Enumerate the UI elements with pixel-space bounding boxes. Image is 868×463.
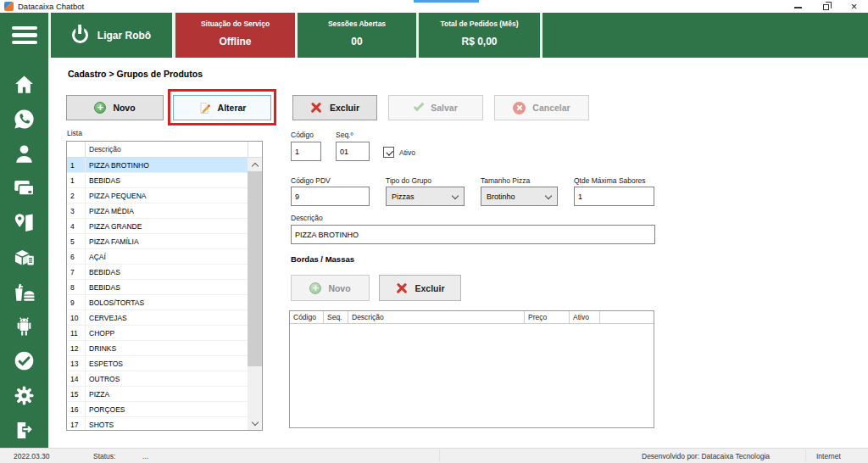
status-divider [805,450,806,462]
list-item-descricao: BEBIDAS [86,268,120,276]
list-item[interactable]: 1BEBIDAS [67,173,248,188]
tamanho-pizza-select[interactable]: Brotinho [481,187,558,206]
list-item[interactable]: 1PIZZA BROTINHO [67,158,248,173]
list-item-num: 17 [67,417,86,430]
gear-icon [13,384,36,407]
list-item-num: 4 [67,219,86,233]
sidebar-item-whatsapp[interactable] [0,102,48,137]
list-item[interactable]: 15PIZZA [67,387,248,402]
list-item[interactable]: 12DRINKS [67,341,248,356]
sidebar-item-payments[interactable] [0,170,48,205]
list-item[interactable]: 9BOLOS/TORTAS [67,295,248,310]
window-title: Datacaixa Chatbot [18,2,84,11]
codigo-input[interactable] [291,142,321,161]
cancel-circle-icon [513,102,526,114]
sidebar-item-products[interactable] [0,240,48,275]
developer-credit: Desenvolvido por: Datacaixa Tecnologia [642,452,770,460]
list-item[interactable]: 10CERVEJAS [67,310,248,326]
close-button[interactable]: × [840,0,868,13]
list-item-descricao: OUTROS [86,375,120,383]
list-item-num: 15 [67,387,86,401]
list-item[interactable]: 13ESPETOS [67,356,248,371]
codigo-label: Código [291,131,314,139]
codigo-pdv-label: Código PDV [291,176,331,185]
ligar-robo-button[interactable]: Ligar Robô [51,13,172,58]
list-header: Descrição [67,142,262,158]
window-controls: × [784,0,868,13]
sidebar-item-clients[interactable] [0,137,48,171]
scroll-up-icon[interactable] [248,158,262,171]
list-item[interactable]: 11CHOPP [67,326,248,341]
sidebar-item-delivery-map[interactable] [0,205,48,240]
scroll-down-icon[interactable] [248,416,262,430]
minimize-icon [794,7,802,8]
bordas-column-header: Código [290,311,324,323]
list-item-descricao: SHOTS [86,421,114,429]
exit-icon [13,419,36,442]
sidebar-item-app[interactable] [0,310,48,344]
android-icon [13,315,36,338]
sidebar-item-exit[interactable] [0,413,48,448]
list-item-descricao: BEBIDAS [86,176,120,185]
hamburger-icon [12,23,37,48]
plus-circle-icon [94,102,106,114]
menu-button[interactable] [0,13,48,58]
cancelar-button[interactable]: Cancelar [494,95,589,120]
list-item[interactable]: 14OUTROS [67,371,248,387]
bordas-table: CódigoSeq.DescriçãoPreçoAtivo [289,310,654,428]
bordas-table-header: CódigoSeq.DescriçãoPreçoAtivo [290,311,654,324]
descricao-input[interactable] [291,225,655,244]
sidebar-item-settings[interactable] [0,378,48,413]
list-item-num: 13 [67,356,86,371]
sidebar-item-confirm[interactable] [0,344,48,379]
qtde-maxima-input[interactable] [574,187,654,206]
tipo-grupo-value: Pizzas [392,192,415,201]
list-item[interactable]: 5PIZZA FAMÍLIA [67,234,248,249]
list-item-descricao: BEBIDAS [86,283,120,292]
sidebar-item-home[interactable] [0,67,48,102]
scrollbar-thumb[interactable] [248,171,262,366]
list-item[interactable]: 8BEBIDAS [67,280,248,295]
tamanho-pizza-value: Brotinho [487,192,515,201]
sidebar-item-menu-items[interactable] [0,275,48,310]
restore-button[interactable] [812,0,840,13]
power-icon [72,27,88,43]
tipo-grupo-select[interactable]: Pizzas [386,187,465,206]
list-item[interactable]: 2PIZZA PEQUENA [67,188,248,204]
list-header-descricao: Descrição [86,145,248,153]
codigo-pdv-input[interactable] [291,187,370,206]
tamanho-pizza-label: Tamanho Pizza [481,176,530,185]
seq-input[interactable] [336,142,370,161]
alterar-button[interactable]: Alterar [173,95,271,120]
red-x-icon [395,282,408,294]
bordas-novo-label: Novo [328,283,350,293]
bordas-novo-button[interactable]: Novo [291,275,370,301]
list-item[interactable]: 4PIZZA GRANDE [67,219,248,234]
list-label: Lista [67,129,82,137]
app-header: Ligar Robô Situação do Serviço Offline S… [0,13,868,58]
status-label: Status: [93,452,115,460]
map-pin-icon [13,211,36,234]
bordas-excluir-button[interactable]: Excluir [379,275,461,301]
list-item-num: 12 [67,341,86,355]
list-item[interactable]: 6AÇAÍ [67,249,248,265]
salvar-button[interactable]: Salvar [388,95,483,120]
app-window: Datacaixa Chatbot × Ligar Robô Situação … [0,0,868,463]
novo-button[interactable]: Novo [66,95,164,120]
excluir-button[interactable]: Excluir [292,95,377,120]
bordas-excluir-label: Excluir [415,283,444,293]
minimize-button[interactable] [784,0,812,13]
list-item[interactable]: 16PORÇOES [67,402,248,417]
list-item-num: 1 [67,158,86,172]
list-scrollbar[interactable] [248,158,262,430]
situacao-servico-label: Situação do Serviço [175,20,295,28]
ativo-checkbox[interactable] [383,147,394,158]
status-divider [439,450,440,462]
list-item[interactable]: 3PIZZA MÉDIA [67,204,248,219]
list-item[interactable]: 17SHOTS [67,417,248,430]
header-filler [542,13,868,58]
list-item[interactable]: 7BEBIDAS [67,265,248,280]
ativo-field: Ativo [383,147,415,158]
bordas-column-header: Ativo [570,311,600,323]
list-item-descricao: PIZZA GRANDE [86,222,142,231]
